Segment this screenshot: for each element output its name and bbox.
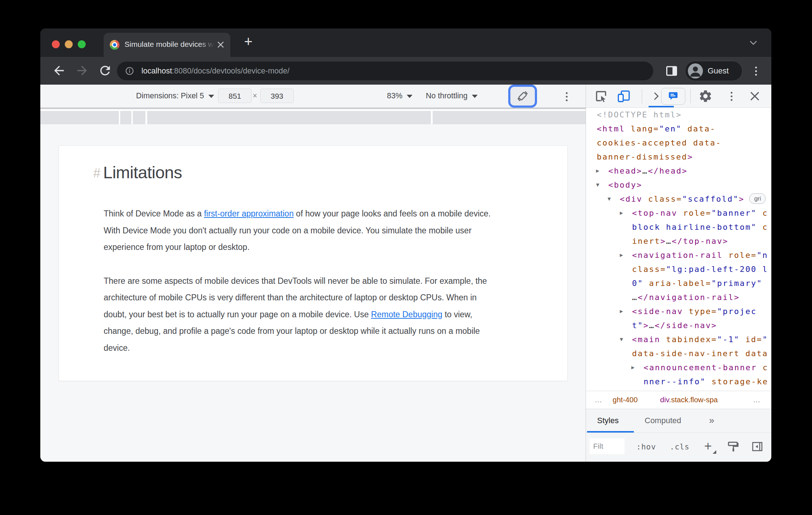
breadcrumb-item[interactable]: … xyxy=(595,391,603,408)
dom-tree-row[interactable]: 0" aria-label="primary" xyxy=(586,276,771,290)
reload-icon[interactable] xyxy=(98,63,112,78)
text-link[interactable]: first-order approximation xyxy=(204,209,294,218)
expander-closed-icon[interactable]: ▶ xyxy=(631,360,635,375)
inspect-element-icon[interactable] xyxy=(594,89,608,103)
zoom-window-button[interactable] xyxy=(78,40,86,48)
dom-tree-row[interactable]: <html lang="en" data- xyxy=(586,122,771,136)
toggle-device-toolbar-icon[interactable] xyxy=(617,89,631,103)
dom-token: … xyxy=(649,321,655,330)
forward-icon[interactable] xyxy=(75,63,89,78)
site-info-icon[interactable] xyxy=(125,66,134,77)
expander-closed-icon[interactable]: ▶ xyxy=(620,304,623,318)
dom-tree-row[interactable]: cookies-accepted data- xyxy=(586,136,771,150)
breadcrumb-item[interactable]: … xyxy=(753,391,761,408)
dom-tree-row[interactable]: ▼<main tabindex="-1" id=" xyxy=(586,332,771,346)
close-window-button[interactable] xyxy=(52,40,60,48)
media-query-segment[interactable] xyxy=(40,111,119,124)
throttling-select[interactable]: No throttling xyxy=(426,85,478,107)
dom-tree-row[interactable]: ▼<div class="scaffold">gri xyxy=(586,192,771,206)
toggle-class-button[interactable]: .cls xyxy=(670,433,690,461)
close-devtools-icon[interactable] xyxy=(749,90,763,104)
chevron-down-icon xyxy=(208,95,214,98)
chevron-down-icon xyxy=(407,95,412,98)
ruler-line xyxy=(40,108,586,109)
heading-anchor-hash[interactable]: # xyxy=(93,166,100,180)
dom-tree-row[interactable]: …</navigation-rail> xyxy=(586,290,771,304)
dom-token: > xyxy=(739,194,745,203)
dom-token: "scaffold" xyxy=(682,194,739,203)
dom-token: … xyxy=(666,237,672,246)
dom-tree-row[interactable]: nner--info" storage-ke xyxy=(586,375,771,389)
minimize-window-button[interactable] xyxy=(65,40,73,48)
tab-computed[interactable]: Computed xyxy=(645,409,681,432)
dom-tree-row[interactable]: inert>…</top-nav> xyxy=(586,234,771,248)
device-toolbar-menu-icon[interactable] xyxy=(566,92,568,101)
dom-tree-row[interactable]: ▶<side-nav type="projec xyxy=(586,304,771,318)
media-query-segment[interactable] xyxy=(120,111,131,124)
chevron-down-icon xyxy=(472,95,478,98)
breadcrumb-item[interactable]: ght-400 xyxy=(613,391,638,408)
dom-token: "n xyxy=(757,251,768,260)
media-query-segment[interactable] xyxy=(133,111,145,124)
profile-button[interactable]: Guest xyxy=(685,61,743,81)
styles-filter-input[interactable] xyxy=(590,438,624,454)
dom-token: c xyxy=(757,363,768,372)
browser-toolbar: localhost:8080/docs/devtools/device-mode… xyxy=(40,57,771,85)
back-icon[interactable] xyxy=(52,63,66,78)
device-toolbar: Dimensions: Pixel 5 851 × 393 83% No thr… xyxy=(40,85,586,108)
dom-tree-row[interactable]: ▶<announcement-banner c xyxy=(586,360,771,375)
tab-search-chevron-icon[interactable] xyxy=(748,40,758,47)
rendering-emulation-icon[interactable] xyxy=(726,440,739,453)
dom-tree-row[interactable]: <!DOCTYPE html> xyxy=(586,108,771,122)
more-tabs-icon[interactable]: » xyxy=(709,409,714,432)
browser-tab[interactable]: Simulate mobile devices with D xyxy=(104,33,230,57)
browser-menu-icon[interactable] xyxy=(755,67,757,76)
device-dimensions-select[interactable]: Dimensions: Pixel 5 xyxy=(136,85,214,107)
dom-tree-row[interactable]: class="lg:pad-left-200 l xyxy=(586,262,771,276)
expander-closed-icon[interactable]: ▶ xyxy=(620,206,623,220)
dom-token: id= xyxy=(740,335,762,344)
expander-open-icon[interactable]: ▼ xyxy=(608,192,611,206)
dom-token: inert xyxy=(632,237,660,246)
dom-token: <navigation-rail xyxy=(632,251,723,260)
dom-token: banner-dismissed xyxy=(597,152,687,161)
dom-tree-row[interactable]: ▼<body> xyxy=(586,178,771,192)
toggle-hover-button[interactable]: :hov xyxy=(636,433,656,461)
dom-token: > xyxy=(687,152,693,161)
dom-tree-row[interactable]: t">…</side-nav> xyxy=(586,318,771,332)
devtools-menu-icon[interactable] xyxy=(731,92,732,101)
console-drawer-button[interactable] xyxy=(661,88,685,105)
side-panel-icon[interactable] xyxy=(665,64,678,78)
breadcrumb-item[interactable]: div.stack.flow-spa xyxy=(660,391,718,408)
window-content: Dimensions: Pixel 5 851 × 393 83% No thr… xyxy=(40,85,771,462)
zoom-select[interactable]: 83% xyxy=(387,85,412,107)
browser-window: Simulate mobile devices with D + xyxy=(40,28,771,462)
dom-token: <!DOCTYPE html> xyxy=(597,110,682,119)
grid-badge[interactable]: gri xyxy=(749,193,766,204)
address-bar[interactable]: localhost:8080/docs/devtools/device-mode… xyxy=(117,62,653,80)
new-tab-button[interactable]: + xyxy=(240,33,256,49)
new-style-rule-caret xyxy=(713,450,716,454)
text-link[interactable]: Remote Debugging xyxy=(371,310,442,319)
expander-closed-icon[interactable]: ▶ xyxy=(620,248,623,262)
dom-tree-row[interactable]: ▶<navigation-rail role="n xyxy=(586,248,771,262)
expander-open-icon[interactable]: ▼ xyxy=(596,178,599,192)
expander-closed-icon[interactable]: ▶ xyxy=(596,164,599,178)
dom-tree-row[interactable]: block hairline-bottom" c xyxy=(586,220,771,234)
collapse-sidebar-icon[interactable] xyxy=(751,440,764,453)
dom-token: aria-label= xyxy=(644,279,712,288)
dom-tree-row[interactable]: data-side-nav-inert data xyxy=(586,346,771,360)
tab-close-icon[interactable] xyxy=(217,41,225,49)
expander-open-icon[interactable]: ▼ xyxy=(620,332,623,346)
gear-icon[interactable] xyxy=(698,89,713,103)
rotate-button[interactable] xyxy=(508,85,537,108)
dom-tree-row[interactable]: banner-dismissed> xyxy=(586,150,771,164)
doc-card: #Limitations Think of Device Mode as a f… xyxy=(59,145,568,381)
media-query-segment[interactable] xyxy=(147,111,431,124)
dom-tree-row[interactable]: ▶<head>…</head> xyxy=(586,164,771,178)
device-width-input[interactable]: 851 xyxy=(218,89,252,103)
media-query-segment[interactable] xyxy=(433,111,586,124)
device-height-input[interactable]: 393 xyxy=(260,89,294,103)
dom-tree-row[interactable]: ▶<top-nav role="banner" c xyxy=(586,206,771,220)
tab-styles[interactable]: Styles xyxy=(597,409,619,432)
